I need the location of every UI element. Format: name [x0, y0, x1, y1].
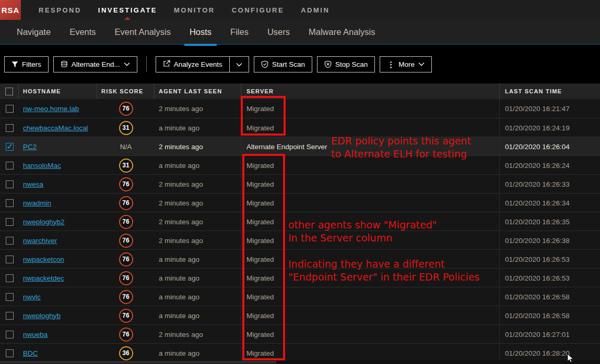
row-checkbox[interactable]	[6, 180, 14, 188]
select-all-checkbox[interactable]	[5, 88, 13, 95]
risk-score-cell: 76	[97, 269, 155, 287]
hostname-link[interactable]: nwueba	[23, 331, 48, 338]
row-checkbox[interactable]	[6, 124, 14, 132]
tab-users[interactable]: Users	[258, 20, 299, 44]
last-scan-time-cell: 01/20/2020 16:26:33	[500, 175, 600, 193]
server-cell: Migrated	[241, 344, 500, 362]
table-row[interactable]: nw-meo.home.lab 76 2 minutes ago Migrate…	[0, 99, 600, 118]
rsa-logo[interactable]: RSA	[0, 0, 21, 20]
nav-item-respond[interactable]: RESPOND	[30, 0, 90, 20]
column-header-risk-score[interactable]: RISK SCORE	[97, 83, 155, 99]
nav-item-admin[interactable]: ADMIN	[292, 0, 338, 20]
top-navigation-bar: RSA RESPOND INVESTIGATE MONITOR CONFIGUR…	[0, 0, 600, 20]
filters-button[interactable]: Filters	[4, 56, 49, 72]
table-row[interactable]: hansoloMac 31 a minute ago Migrated 01/2…	[0, 155, 600, 174]
table-row[interactable]: nwpacketcon 76 a minute ago Migrated 01/…	[0, 249, 600, 268]
row-checkbox[interactable]	[6, 237, 14, 245]
tab-events[interactable]: Events	[60, 20, 105, 44]
table-row[interactable]: nwarchiver 76 2 minutes ago Migrated 01/…	[0, 230, 600, 249]
hostname-cell: PC2	[19, 137, 97, 156]
row-checkbox[interactable]	[6, 218, 14, 226]
risk-score-cell: 76	[97, 175, 155, 193]
start-scan-button[interactable]: Start Scan	[254, 56, 312, 72]
hostname-cell: nwarchiver	[19, 231, 97, 250]
table-row[interactable]: nwvlc 76 a minute ago Migrated 01/20/202…	[0, 287, 600, 306]
stop-scan-button[interactable]: Stop Scan	[317, 56, 375, 72]
more-button[interactable]: ⋮ More	[380, 56, 432, 72]
tab-event-analysis[interactable]: Event Analysis	[105, 20, 180, 44]
risk-score-cell: 76	[97, 287, 155, 306]
risk-score-cell: 76	[97, 99, 155, 118]
hostname-link[interactable]: nwesa	[23, 180, 43, 188]
column-header-agent-last-seen[interactable]: AGENT LAST SEEN	[155, 83, 241, 99]
hostname-link[interactable]: nwarchiver	[23, 237, 57, 245]
last-scan-time-cell: 01/20/2020 16:26:53	[500, 269, 600, 287]
row-checkbox-cell	[0, 231, 19, 250]
hostname-cell: chewbaccaMac.local	[19, 118, 97, 137]
shield-check-icon	[261, 60, 268, 68]
horizontal-scrollbar-thumb[interactable]	[0, 361, 276, 363]
nav-item-investigate[interactable]: INVESTIGATE	[90, 0, 166, 20]
host-table-header: HOSTNAME RISK SCORE AGENT LAST SEEN SERV…	[0, 83, 600, 99]
risk-score-cell: 76	[97, 306, 155, 325]
row-checkbox[interactable]	[6, 349, 14, 357]
row-checkbox[interactable]	[6, 274, 14, 282]
server-cell: Migrated	[241, 193, 500, 212]
tab-navigate[interactable]: Navigate	[7, 20, 60, 44]
analyze-events-dropdown-toggle[interactable]	[229, 57, 249, 72]
tab-files[interactable]: Files	[221, 20, 258, 44]
row-checkbox[interactable]	[6, 105, 14, 113]
row-checkbox[interactable]	[6, 162, 14, 169]
row-checkbox[interactable]	[6, 312, 14, 320]
hostname-link[interactable]: nwvlc	[23, 293, 41, 301]
hostname-link[interactable]: PC2	[23, 143, 37, 151]
risk-score-badge: 76	[119, 177, 133, 191]
table-row[interactable]: nwpacketdec 76 a minute ago Migrated 01/…	[0, 268, 600, 287]
hostname-link[interactable]: nw-meo.home.lab	[23, 105, 79, 113]
table-row[interactable]: nweploghyb 76 a minute ago Migrated 01/2…	[0, 306, 600, 324]
chevron-down-icon	[236, 60, 242, 68]
hostname-link[interactable]: nweploghyb	[23, 312, 61, 320]
nav-item-configure[interactable]: CONFIGURE	[223, 0, 293, 20]
row-checkbox[interactable]	[6, 293, 14, 301]
endpoint-server-selector[interactable]: Alternate End...	[53, 56, 137, 72]
hostname-link[interactable]: hansoloMac	[23, 162, 61, 169]
table-row[interactable]: PC2 N/A 2 minutes ago Alternate Endpoint…	[0, 137, 600, 155]
row-checkbox-cell	[0, 287, 19, 306]
rsa-logo-text: RSA	[2, 6, 20, 15]
agent-last-seen-cell: a minute ago	[155, 250, 241, 269]
filters-button-label: Filters	[22, 60, 41, 68]
stop-scan-label: Stop Scan	[335, 60, 368, 68]
table-row[interactable]: nwesa 76 2 minutes ago Migrated 01/20/20…	[0, 174, 600, 193]
analyze-events-button[interactable]: Analyze Events	[156, 57, 229, 72]
hostname-link[interactable]: nweploghyb2	[23, 218, 65, 226]
table-row[interactable]: nwadmin 76 2 minutes ago Migrated 01/20/…	[0, 193, 600, 212]
row-checkbox[interactable]	[6, 256, 14, 263]
column-header-last-scan-time[interactable]: LAST SCAN TIME	[500, 83, 600, 99]
hostname-cell: nw-meo.home.lab	[19, 99, 97, 118]
risk-score-badge: N/A	[120, 143, 132, 151]
hostname-cell: nwvlc	[19, 287, 97, 306]
table-row[interactable]: chewbaccaMac.local 31 a minute ago Migra…	[0, 118, 600, 137]
column-header-label: LAST SCAN TIME	[505, 88, 562, 94]
nav-item-monitor[interactable]: MONITOR	[166, 0, 223, 20]
tab-malware-analysis[interactable]: Malware Analysis	[299, 20, 384, 44]
table-row[interactable]: nweploghyb2 76 2 minutes ago Migrated 01…	[0, 212, 600, 230]
row-checkbox[interactable]	[6, 199, 14, 207]
horizontal-scrollbar[interactable]	[0, 360, 600, 364]
risk-score-badge: 76	[119, 290, 133, 304]
hostname-link[interactable]: nwadmin	[23, 199, 51, 207]
row-checkbox[interactable]	[6, 143, 14, 151]
column-header-hostname[interactable]: HOSTNAME	[19, 83, 97, 99]
hostname-link[interactable]: chewbaccaMac.local	[23, 124, 88, 132]
hostname-link[interactable]: BDC	[23, 349, 38, 357]
hostname-link[interactable]: nwpacketdec	[23, 274, 64, 282]
tab-hosts[interactable]: Hosts	[180, 20, 221, 44]
server-cell: Migrated	[241, 231, 500, 250]
table-row[interactable]: BDC 36 a minute ago Migrated 01/20/2020 …	[0, 343, 600, 362]
table-row[interactable]: nwueba 76 2 minutes ago Migrated 01/20/2…	[0, 324, 600, 343]
row-checkbox-cell	[0, 118, 19, 137]
row-checkbox[interactable]	[6, 331, 14, 338]
column-header-server[interactable]: SERVER	[241, 83, 500, 99]
hostname-link[interactable]: nwpacketcon	[23, 256, 64, 263]
